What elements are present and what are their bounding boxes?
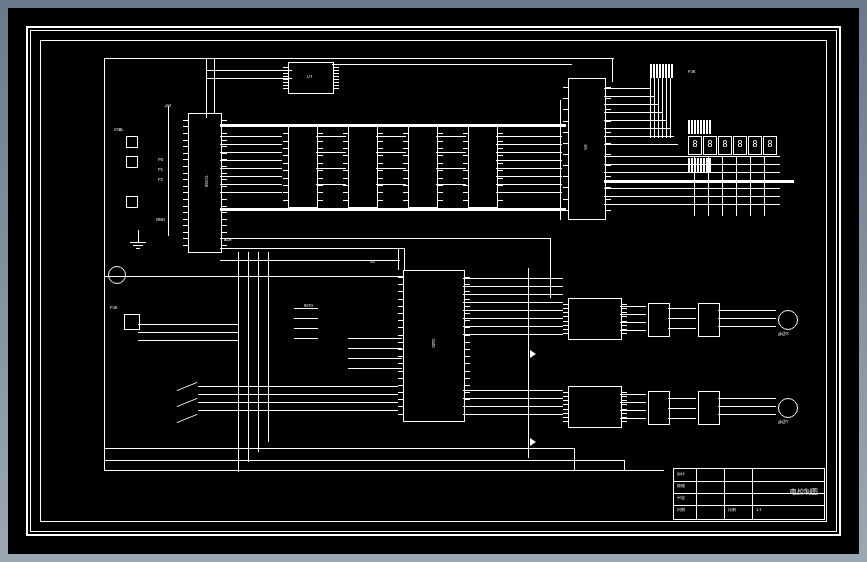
ic-u2: 8255 bbox=[403, 270, 465, 422]
gnd-bar-2 bbox=[133, 245, 143, 246]
tb-scale: 1:1 bbox=[756, 508, 762, 512]
tb-title: 电控制图 bbox=[790, 487, 818, 497]
ic-u3 bbox=[288, 126, 318, 208]
motor-2-label: 步进Y bbox=[778, 420, 789, 424]
ic-u6 bbox=[468, 126, 498, 208]
digit-4 bbox=[733, 136, 747, 155]
tb-row-4: 日期 bbox=[677, 508, 685, 512]
pjk-label: PJK bbox=[688, 70, 695, 74]
led-bicolor bbox=[108, 266, 126, 284]
crystal-label: XTAL bbox=[114, 128, 124, 132]
display-bus bbox=[604, 180, 794, 183]
driver-block-1a bbox=[648, 303, 670, 337]
digit-6 bbox=[763, 136, 777, 155]
pin-label-2: P1 bbox=[158, 168, 163, 172]
capacitor-1 bbox=[126, 156, 138, 168]
ic-u10 bbox=[568, 386, 622, 428]
tb-row-3: 审定 bbox=[677, 496, 685, 500]
data-bus-bottom bbox=[220, 208, 566, 211]
ic-u8-label: U8 bbox=[584, 144, 588, 149]
pin-label-ale: ALE bbox=[224, 238, 232, 242]
pin-label-3: P2 bbox=[158, 178, 163, 182]
gnd-bar-3 bbox=[136, 248, 140, 249]
digit-1 bbox=[688, 136, 702, 155]
gnd-stem bbox=[138, 230, 139, 242]
gnd-label: GND bbox=[156, 218, 165, 222]
motor-1-label: 步进X bbox=[778, 332, 789, 336]
motor-2 bbox=[778, 398, 798, 418]
ic-u9 bbox=[568, 298, 622, 340]
driver-block-2b bbox=[698, 391, 720, 425]
crystal bbox=[126, 136, 138, 148]
digit-3 bbox=[718, 136, 732, 155]
seven-segment-bank bbox=[688, 136, 777, 155]
tb-scale-lbl: 比例 bbox=[728, 508, 736, 512]
btn-label: S1 bbox=[370, 260, 375, 264]
ic-top-label: UT bbox=[307, 75, 312, 79]
capacitor-2 bbox=[126, 196, 138, 208]
driver-block-2a bbox=[648, 391, 670, 425]
tb-row-1: 设计 bbox=[677, 472, 685, 476]
digit-5 bbox=[748, 136, 762, 155]
ic-u4 bbox=[348, 126, 378, 208]
connector-label: PJK bbox=[110, 306, 117, 310]
ic-mcu: /*noop*/ 89C51 bbox=[188, 113, 222, 253]
pin-label-1: P0 bbox=[158, 158, 163, 162]
digit-2 bbox=[703, 136, 717, 155]
ic-mcu-label: 89C51 bbox=[205, 175, 209, 187]
title-block: 设计 校核 审定 日期 电控制图 比例 1:1 bbox=[673, 468, 825, 520]
ic-u2-label: 8255 bbox=[432, 339, 436, 348]
driver-block-1b bbox=[698, 303, 720, 337]
resistor-pack-1 bbox=[650, 64, 673, 78]
ic-u5 bbox=[408, 126, 438, 208]
connector-hdr bbox=[124, 314, 140, 330]
gnd-bar-1 bbox=[130, 242, 146, 243]
pin-label-int: INT0 bbox=[304, 304, 313, 308]
buffer-2 bbox=[530, 438, 536, 446]
ic-u8: U8 bbox=[568, 78, 606, 220]
tb-row-2: 校核 bbox=[677, 484, 685, 488]
cad-canvas[interactable]: /*noop*/ 89C51 UT U8 8255 bbox=[8, 8, 859, 554]
ic-top: UT bbox=[288, 62, 334, 94]
buffer-1 bbox=[530, 350, 536, 358]
motor-1 bbox=[778, 310, 798, 330]
data-bus-top bbox=[220, 124, 566, 127]
resistor-pack-2 bbox=[688, 120, 711, 134]
